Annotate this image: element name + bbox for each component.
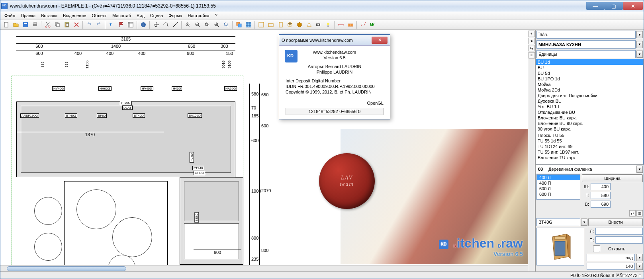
menu-edit[interactable]: Правка	[18, 12, 38, 19]
zoom-in-icon[interactable]	[184, 20, 192, 29]
grid-icon[interactable]	[244, 20, 253, 29]
titlebar[interactable]: www.kitchendraw.com - EXEMPLE 1 - (Счёт=…	[0, 0, 644, 12]
list-item[interactable]: BU 1d	[536, 59, 643, 65]
camera-icon[interactable]	[314, 20, 323, 29]
size-option[interactable]: 400 П	[537, 180, 580, 186]
menu-zoom[interactable]: Масштаб	[110, 12, 133, 19]
menu-scene[interactable]: Сцена	[148, 12, 165, 19]
list-item[interactable]: Откладывание BU	[536, 109, 643, 115]
save-icon[interactable]	[21, 20, 30, 29]
about-close-button[interactable]: ✕	[372, 37, 388, 44]
flag-icon[interactable]	[117, 20, 125, 29]
dimension-icon[interactable]	[337, 20, 345, 29]
zoom-window-icon[interactable]	[203, 20, 211, 29]
insert-button[interactable]: Внести	[588, 218, 643, 226]
over-dropdown-icon[interactable]: ▼	[636, 254, 643, 261]
cut-icon[interactable]	[43, 20, 52, 29]
move-icon[interactable]	[152, 20, 161, 29]
list-item[interactable]: Угл. BU 1d	[536, 104, 643, 109]
p-input[interactable]	[595, 236, 643, 244]
measure-icon[interactable]	[171, 20, 180, 29]
zoom-prev-icon[interactable]	[222, 20, 231, 29]
about-titlebar[interactable]: О программе www.kitchendraw.com ✕	[279, 35, 390, 46]
list-item[interactable]: BU	[536, 65, 643, 70]
width-input[interactable]	[591, 183, 611, 190]
angle-dropdown-icon[interactable]: ▼	[636, 263, 643, 270]
group-select[interactable]	[536, 50, 636, 58]
list-item[interactable]: TU 1D124 инт. 69	[536, 144, 643, 149]
menu-settings[interactable]: Настройка	[186, 12, 212, 19]
minimize-button[interactable]: —	[586, 2, 605, 10]
print-icon[interactable]	[31, 20, 39, 29]
menu-selection[interactable]: Выделение	[61, 12, 88, 19]
vtool-link-icon[interactable]: ⇆	[529, 45, 535, 51]
group-dropdown-icon[interactable]: ▼	[636, 51, 643, 58]
undo-icon[interactable]	[85, 20, 94, 29]
open-icon[interactable]	[12, 20, 20, 29]
redo-icon[interactable]	[94, 20, 103, 29]
polyline-icon[interactable]	[359, 20, 368, 29]
list-item[interactable]: Плоск. TU 55	[536, 133, 643, 138]
size-option[interactable]: 600 Л	[537, 186, 580, 191]
search-input[interactable]	[536, 31, 636, 39]
vtool-list-icon[interactable]: ≡	[529, 52, 535, 59]
open-checkbox[interactable]	[587, 245, 607, 252]
web-icon[interactable]: W	[368, 20, 377, 29]
menu-insert[interactable]: Вставка	[39, 12, 60, 19]
width-button[interactable]: Ширина	[582, 174, 643, 182]
code-input[interactable]	[536, 218, 580, 226]
catalog-list[interactable]: BU 1d BU BU 5d BU 1PO 1d Мойка Мойка 2Dd…	[536, 59, 644, 164]
properties-icon[interactable]	[126, 20, 135, 29]
over-select[interactable]	[587, 254, 635, 261]
swap-icon[interactable]: ⇄	[629, 210, 636, 217]
height-input[interactable]	[591, 201, 611, 208]
horizontal-scrollbar[interactable]	[0, 265, 528, 271]
light-icon[interactable]	[324, 20, 333, 29]
text-icon[interactable]: T	[107, 20, 116, 29]
view-iso-icon[interactable]	[286, 20, 294, 29]
view-persp-icon[interactable]	[305, 20, 313, 29]
list-item[interactable]: BU 1PO 1d	[536, 76, 643, 82]
mirror-icon[interactable]: ▥	[636, 210, 643, 217]
delete-icon[interactable]	[72, 20, 81, 29]
close-button[interactable]: ✕	[623, 2, 643, 10]
list-item[interactable]: TU 55 1d 55	[536, 138, 643, 144]
view-2d-icon[interactable]	[257, 20, 266, 29]
finish-dropdown-icon[interactable]: ▼	[636, 166, 643, 173]
vtool-pin-icon[interactable]: ⫯	[529, 31, 535, 37]
vtool-fav-icon[interactable]: ★	[529, 38, 535, 44]
list-item[interactable]: BU 5d	[536, 70, 643, 76]
size-list[interactable]: 400 Л 400 П 600 Л 600 П	[536, 174, 580, 200]
catalog-dropdown-icon[interactable]: ▼	[636, 41, 643, 48]
list-item[interactable]: Вложение BU 90 карк.	[536, 121, 643, 126]
info-icon[interactable]: i	[139, 20, 148, 29]
zoom-out-icon[interactable]	[193, 20, 202, 29]
view-front-icon[interactable]	[266, 20, 275, 29]
depth-input[interactable]	[591, 192, 611, 199]
list-item[interactable]: TU 55 инт. 1D97 инт.	[536, 149, 643, 155]
list-item[interactable]: Вложение TU карк.	[536, 155, 643, 160]
copy-icon[interactable]	[53, 20, 62, 29]
view-side-icon[interactable]	[276, 20, 285, 29]
list-item[interactable]: Духовка BU	[536, 98, 643, 104]
angle-input[interactable]	[587, 263, 635, 270]
rotate-icon[interactable]	[161, 20, 170, 29]
new-file-icon[interactable]	[2, 20, 11, 29]
list-item[interactable]: Дверь для инт. Посудо-мойки	[536, 93, 643, 98]
menu-help[interactable]: ?	[213, 12, 220, 19]
menu-file[interactable]: Файл	[2, 12, 18, 19]
menu-shape[interactable]: Форма	[166, 12, 184, 19]
list-item[interactable]: Мойка 2Dd	[536, 87, 643, 93]
list-item[interactable]: Мойка	[536, 82, 643, 87]
zoom-fit-icon[interactable]	[212, 20, 221, 29]
size-option[interactable]: 400 Л	[537, 175, 580, 180]
l-input[interactable]	[595, 228, 643, 235]
size-option[interactable]: 600 П	[537, 191, 580, 197]
list-item[interactable]: Вложение BU карк.	[536, 115, 643, 121]
search-dropdown-icon[interactable]: ▼	[636, 31, 643, 38]
paste-icon[interactable]	[63, 20, 71, 29]
view-3d-icon[interactable]	[295, 20, 304, 29]
wall-icon[interactable]	[346, 20, 355, 29]
list-item[interactable]: 90 угол BU карк.	[536, 126, 643, 132]
menu-object[interactable]: Объект	[89, 12, 109, 19]
